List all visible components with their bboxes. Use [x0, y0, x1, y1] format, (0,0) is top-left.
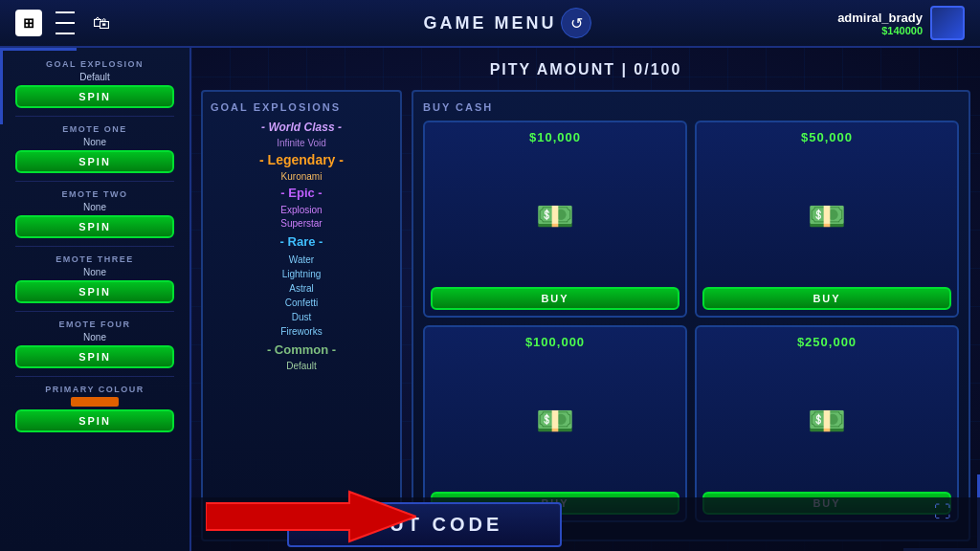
buy-button-50k[interactable]: BUY [702, 287, 951, 310]
tier-world-class-label: - World Class - [211, 121, 392, 134]
goal-explosion-value: Default [79, 72, 110, 82]
goal-panel-title: GOAL EXPLOSIONS [211, 101, 392, 113]
emote-one-spin-button[interactable]: SPIN [15, 150, 174, 173]
buy-amount-250k: $250,000 [797, 335, 857, 349]
goal-explosions-panel: GOAL EXPLOSIONS - World Class - Infinite… [201, 90, 402, 541]
main-layout: GOAL EXPLOSION Default SPIN EMOTE ONE No… [0, 48, 980, 551]
user-money: $140000 [837, 25, 923, 36]
divider-3 [15, 246, 174, 247]
money-stack-icon-250k: 💵 [808, 406, 846, 436]
divider-5 [15, 376, 174, 377]
emote-one-value: None [83, 137, 106, 147]
emote-four-item: EMOTE FOUR None SPIN [15, 320, 174, 368]
topbar: ⊞ 🛍 GAME MENU ↺ admiral_brady $140000 [0, 0, 980, 48]
tier-rare-items: WaterLightningAstralConfettiDustFirework… [211, 253, 392, 339]
buy-amount-10k: $10,000 [529, 130, 581, 144]
center-panels: GOAL EXPLOSIONS - World Class - Infinite… [201, 90, 970, 541]
divider-2 [15, 181, 174, 182]
emote-three-item: EMOTE THREE None SPIN [15, 254, 174, 303]
primary-colour-swatch [71, 397, 119, 407]
buy-item-50k: $50,000 💵 BUY [695, 121, 959, 318]
emote-three-spin-button[interactable]: SPIN [15, 280, 174, 303]
emote-three-value: None [83, 267, 106, 277]
expand-icon: ⛶ [934, 502, 951, 522]
tier-common-default: Default [211, 361, 392, 371]
buy-cash-panel: BUY CASH $10,000 💵 BUY $50,000 💵 BUY $10… [412, 90, 970, 541]
buy-button-10k[interactable]: BUY [431, 287, 679, 310]
tier-legendary-label: - Legendary - [211, 152, 392, 167]
tier-legendary-kuronami: Kuronami [211, 171, 392, 182]
emote-four-value: None [83, 332, 106, 342]
tier-world-class-infinite-void: Infinite Void [211, 138, 392, 148]
left-panel: GOAL EXPLOSION Default SPIN EMOTE ONE No… [0, 48, 191, 551]
primary-colour-item: PRIMARY COLOUR SPIN [15, 385, 174, 432]
emote-two-item: EMOTE TWO None SPIN [15, 189, 174, 238]
tier-common-label: - Common - [211, 342, 392, 357]
buy-grid: $10,000 💵 BUY $50,000 💵 BUY $100,000 💵 B… [423, 121, 959, 522]
emote-four-spin-button[interactable]: SPIN [15, 345, 174, 368]
money-stack-icon-10k: 💵 [536, 201, 574, 231]
money-stack-icon-50k: 💵 [808, 201, 846, 231]
emote-one-item: EMOTE ONE None SPIN [15, 124, 174, 173]
primary-colour-spin-button[interactable]: SPIN [15, 409, 174, 432]
primary-colour-label: PRIMARY COLOUR [45, 385, 145, 394]
emote-two-value: None [83, 202, 106, 212]
svg-marker-0 [206, 492, 416, 541]
emote-one-label: EMOTE ONE [62, 124, 127, 134]
goal-explosion-item: GOAL EXPLOSION Default SPIN [15, 59, 174, 108]
center-area: PITY AMOUNT | 0/100 GOAL EXPLOSIONS - Wo… [191, 48, 980, 551]
goal-explosion-label: GOAL EXPLOSION [46, 59, 144, 69]
back-button[interactable]: ↺ [561, 8, 591, 38]
user-info: admiral_brady $140000 [837, 11, 923, 36]
goal-explosion-spin-button[interactable]: SPIN [15, 85, 174, 108]
buy-item-250k: $250,000 💵 BUY [695, 325, 959, 522]
hamburger-menu-icon[interactable] [52, 10, 78, 36]
topbar-title: GAME MENU [424, 13, 557, 33]
tier-epic-items: ExplosionSuperstar [211, 204, 392, 231]
buy-panel-title: BUY CASH [423, 101, 959, 113]
bag-icon: 🛍 [88, 10, 115, 36]
divider-4 [15, 311, 174, 312]
tier-epic-label: - Epic - [211, 186, 392, 200]
tier-rare-label: - Rare - [211, 234, 392, 249]
emote-two-spin-button[interactable]: SPIN [15, 215, 174, 238]
red-arrow-icon [206, 490, 416, 543]
money-stack-icon-100k: 💵 [536, 406, 574, 436]
divider-1 [15, 116, 174, 117]
emote-two-label: EMOTE TWO [62, 189, 128, 199]
user-avatar [930, 6, 965, 40]
pity-amount: PITY AMOUNT | 0/100 [201, 57, 970, 82]
emote-four-label: EMOTE FOUR [59, 320, 131, 329]
buy-amount-50k: $50,000 [801, 130, 853, 144]
roblox-icon: ⊞ [15, 10, 42, 36]
buy-item-10k: $10,000 💵 BUY [423, 121, 687, 318]
topbar-left: ⊞ 🛍 [15, 10, 115, 36]
buy-item-100k: $100,000 💵 BUY [423, 325, 687, 522]
buy-amount-100k: $100,000 [525, 335, 585, 349]
topbar-right: admiral_brady $140000 [837, 6, 965, 40]
emote-three-label: EMOTE THREE [56, 254, 134, 264]
username: admiral_brady [837, 11, 923, 25]
